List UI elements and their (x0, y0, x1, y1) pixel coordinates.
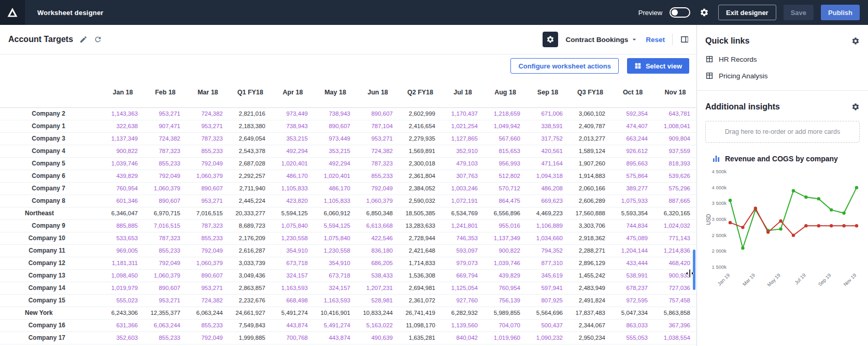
cell[interactable]: 955,016 (484, 219, 527, 232)
cell[interactable]: 592,354 (611, 107, 654, 120)
cell[interactable]: 5,594,125 (314, 219, 357, 232)
cell[interactable]: 727,036 (654, 282, 696, 294)
cell[interactable]: 423,820 (272, 195, 314, 207)
cell[interactable]: 953,271 (187, 282, 229, 294)
toggle-right-panel-icon[interactable] (680, 35, 689, 44)
cell[interactable]: 895,663 (611, 157, 654, 170)
cell[interactable]: 324,157 (272, 269, 314, 282)
cell[interactable]: 1,170,437 (442, 107, 484, 120)
cell[interactable]: 6,282,932 (442, 307, 484, 319)
cell[interactable]: 807,925 (527, 294, 569, 307)
cell[interactable]: 746,353 (442, 232, 484, 244)
cell[interactable]: 6,534,769 (442, 207, 484, 219)
cell[interactable]: 20,333,277 (229, 207, 272, 219)
cell[interactable]: 1,038,554 (654, 331, 696, 344)
configure-worksheet-actions-button[interactable]: Configure worksheet actions (510, 58, 618, 74)
preview-toggle[interactable] (670, 7, 690, 18)
cell[interactable]: 439,829 (484, 269, 527, 282)
cell[interactable]: 3,049,436 (229, 269, 272, 282)
cell[interactable]: 2,694,981 (399, 282, 442, 294)
cell[interactable]: 490,639 (357, 331, 399, 344)
cell[interactable]: 5,989,855 (484, 307, 527, 319)
cell[interactable]: 2,292,257 (229, 170, 272, 182)
cell[interactable]: 443,874 (272, 319, 314, 331)
cell[interactable]: 3,303,706 (569, 219, 611, 232)
exit-designer-button[interactable]: Exit designer (718, 5, 776, 20)
cell[interactable]: 2,232,676 (229, 294, 272, 307)
cell[interactable]: 1,907,260 (569, 157, 611, 170)
cell[interactable]: 855,233 (144, 331, 187, 344)
cell[interactable]: 2,279,935 (399, 132, 442, 145)
cell[interactable]: 1,039,746 (484, 257, 527, 269)
column-header[interactable]: Feb 18 (144, 77, 187, 107)
cell[interactable]: 1,106,889 (527, 219, 569, 232)
quick-link-pricing-analysis[interactable]: Pricing Analysis (697, 67, 868, 84)
cell[interactable]: 855,233 (187, 319, 229, 331)
cell[interactable]: 2,711,940 (229, 182, 272, 195)
cell[interactable]: 1,105,833 (272, 182, 314, 195)
cell[interactable]: 1,034,660 (527, 232, 569, 244)
anaplan-logo[interactable] (0, 0, 25, 25)
cell[interactable]: 792,049 (187, 244, 229, 257)
cell[interactable]: 420,561 (527, 145, 569, 157)
cell[interactable]: 2,416,654 (399, 120, 442, 132)
chart-card[interactable]: Revenue and COGS by company 4 500k4 000k… (705, 154, 863, 296)
cell[interactable]: 1,075,840 (314, 232, 357, 244)
row-label[interactable]: Company 9 (0, 219, 102, 232)
worksheet-settings-button[interactable] (543, 32, 558, 47)
cell[interactable]: 570,712 (484, 182, 527, 195)
cell[interactable]: 4,469,223 (527, 207, 569, 219)
cell[interactable]: 2,060,166 (569, 182, 611, 195)
cell[interactable]: 492,294 (272, 145, 314, 157)
cell[interactable]: 307,763 (442, 170, 484, 182)
column-header[interactable]: Q2 FY18 (399, 77, 442, 107)
row-label[interactable]: New York (0, 307, 102, 319)
cell[interactable]: 5,863,858 (654, 307, 696, 319)
cell[interactable]: 2,606,289 (569, 195, 611, 207)
cell[interactable]: 567,660 (484, 132, 527, 145)
cell[interactable]: 1,714,833 (399, 257, 442, 269)
cell[interactable]: 6,970,715 (144, 207, 187, 219)
cell[interactable]: 486,170 (272, 170, 314, 182)
cell[interactable]: 909,804 (654, 132, 696, 145)
cell[interactable]: 1,569,891 (399, 145, 442, 157)
cell[interactable]: 724,382 (187, 294, 229, 307)
cell[interactable]: 6,346,047 (102, 207, 144, 219)
cell[interactable]: 792,049 (187, 157, 229, 170)
cell[interactable]: 2,176,209 (229, 232, 272, 244)
cell[interactable]: 1,137,349 (102, 132, 144, 145)
cell[interactable]: 2,863,857 (229, 282, 272, 294)
cell[interactable]: 2,300,018 (399, 157, 442, 170)
cell[interactable]: 669,623 (527, 195, 569, 207)
cell[interactable]: 724,382 (187, 107, 229, 120)
cell[interactable]: 1,455,242 (569, 269, 611, 282)
cell[interactable]: 1,181,311 (102, 257, 144, 269)
cell[interactable]: 973,449 (314, 132, 357, 145)
cell[interactable]: 1,060,379 (187, 170, 229, 182)
cell[interactable]: 5,491,274 (314, 319, 357, 331)
row-label[interactable]: Company 12 (0, 257, 102, 269)
cell[interactable]: 512,802 (484, 170, 527, 182)
cell[interactable]: 439,829 (102, 170, 144, 182)
column-header[interactable]: Mar 18 (187, 77, 229, 107)
cell[interactable]: 1,021,254 (442, 120, 484, 132)
cell[interactable]: 352,910 (442, 145, 484, 157)
cell[interactable]: 2,445,224 (229, 195, 272, 207)
cell[interactable]: 815,653 (484, 145, 527, 157)
cell[interactable]: 2,013,277 (569, 132, 611, 145)
cell[interactable]: 2,616,287 (229, 244, 272, 257)
cell[interactable]: 354,910 (272, 244, 314, 257)
cell[interactable]: 787,104 (357, 120, 399, 132)
cell[interactable]: 1,075,840 (272, 219, 314, 232)
cell[interactable]: 7,549,843 (229, 319, 272, 331)
cell[interactable]: 575,296 (654, 182, 696, 195)
cell[interactable]: 671,006 (527, 107, 569, 120)
cell[interactable]: 900,822 (102, 145, 144, 157)
cell[interactable]: 760,954 (484, 282, 527, 294)
row-label[interactable]: Company 4 (0, 145, 102, 157)
cell[interactable]: 5,047,334 (611, 307, 654, 319)
cell[interactable]: 389,277 (611, 182, 654, 195)
cell[interactable]: 787,323 (144, 145, 187, 157)
cell[interactable]: 2,384,052 (399, 182, 442, 195)
cell[interactable]: 738,943 (272, 120, 314, 132)
